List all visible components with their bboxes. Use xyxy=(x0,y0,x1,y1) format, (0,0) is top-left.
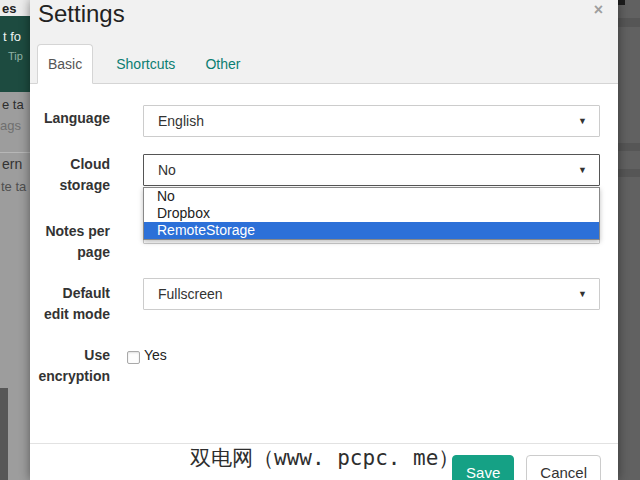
language-label: Language xyxy=(36,108,110,129)
background-text-fragment: Tip xyxy=(8,50,23,62)
cloud-storage-select-value: No xyxy=(158,162,176,178)
background-page-right xyxy=(618,0,640,480)
tab-basic[interactable]: Basic xyxy=(37,44,93,84)
dropdown-option-no[interactable]: No xyxy=(144,188,599,205)
background-band xyxy=(618,143,640,151)
background-text-fragment: es xyxy=(2,1,16,16)
background-text-fragment: e ta xyxy=(2,97,24,112)
cloud-storage-dropdown: No Dropbox RemoteStorage xyxy=(143,187,600,240)
use-encryption-checkbox-label: Yes xyxy=(144,347,167,363)
language-select-value: English xyxy=(158,113,204,129)
modal-title: Settings xyxy=(38,0,125,28)
tab-other[interactable]: Other xyxy=(190,44,255,84)
background-dark-mark xyxy=(618,0,625,5)
background-topbar: es xyxy=(0,0,30,16)
use-encryption-checkbox[interactable] xyxy=(127,351,140,364)
default-edit-mode-label: Default edit mode xyxy=(36,283,110,325)
cloud-storage-select[interactable]: No ▼ xyxy=(143,154,600,186)
background-text-fragment: ern xyxy=(2,156,22,172)
default-edit-mode-select[interactable]: Fullscreen ▼ xyxy=(143,278,600,310)
chevron-down-icon: ▼ xyxy=(578,279,587,309)
settings-modal: Settings × Basic Shortcuts Other Languag… xyxy=(30,0,618,480)
chevron-down-icon: ▼ xyxy=(578,155,587,185)
background-text-fragment: t fo xyxy=(3,29,21,44)
background-band xyxy=(618,18,640,27)
background-text-fragment: te ta xyxy=(1,179,26,194)
cloud-storage-label: Cloud storage xyxy=(36,154,110,196)
save-button[interactable]: Save xyxy=(452,455,514,480)
footer-buttons: Save Cancel xyxy=(452,455,601,480)
notes-per-page-label: Notes per page xyxy=(36,221,110,263)
tab-bar: Basic Shortcuts Other xyxy=(37,44,255,84)
background-content-panel: e ta ags ern te ta xyxy=(0,92,30,480)
modal-header: Settings × Basic Shortcuts Other xyxy=(30,0,618,84)
tab-shortcuts[interactable]: Shortcuts xyxy=(101,44,190,84)
background-divider xyxy=(0,152,30,153)
dropdown-option-remotestorage[interactable]: RemoteStorage xyxy=(144,222,599,239)
watermark-text: 双电网（www. pcpc. me） xyxy=(190,444,459,472)
chevron-down-icon: ▼ xyxy=(578,106,587,136)
background-band xyxy=(618,169,640,177)
language-select[interactable]: English ▼ xyxy=(143,105,600,137)
dropdown-option-dropbox[interactable]: Dropbox xyxy=(144,205,599,222)
default-edit-mode-select-value: Fullscreen xyxy=(158,286,223,302)
background-dark-strip xyxy=(0,388,8,480)
background-text-fragment: ags xyxy=(0,118,21,133)
cancel-button[interactable]: Cancel xyxy=(526,455,601,480)
background-page-left: es t fo Tip e ta ags ern te ta xyxy=(0,0,30,480)
close-icon[interactable]: × xyxy=(594,2,603,18)
use-encryption-label: Use encryption xyxy=(36,345,110,387)
background-teal-panel: t fo Tip xyxy=(0,16,30,92)
